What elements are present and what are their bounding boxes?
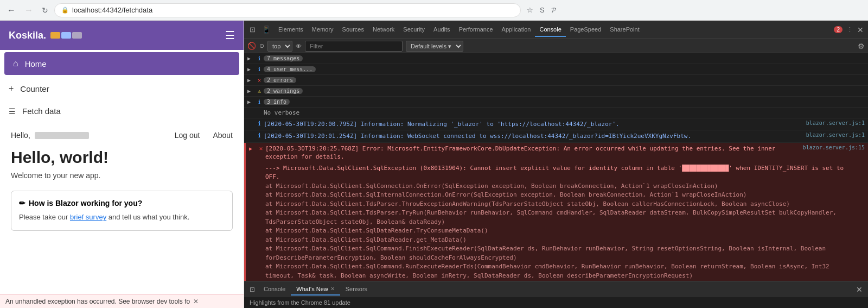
expand-icon: ▶ <box>247 55 255 61</box>
info-dot-2: ℹ <box>255 132 264 139</box>
error-badge: 2 <box>834 26 843 33</box>
welcome-text: Welcome to your new app. <box>11 171 233 180</box>
device-icon[interactable]: 📱 <box>259 26 274 34</box>
clear-console-icon[interactable]: 🚫 <box>247 42 256 50</box>
bottom-bar-icon[interactable]: ⊡ <box>246 286 258 293</box>
tab-sharepoint[interactable]: SharePoint <box>605 23 643 37</box>
tab-security[interactable]: Security <box>399 23 429 37</box>
log-out-link[interactable]: Log out <box>175 131 200 140</box>
home-label: Home <box>25 59 47 68</box>
url-text: localhost:44342/fetchdata <box>72 6 152 14</box>
address-bar[interactable]: 🔒 localhost:44342/fetchdata <box>54 3 521 17</box>
msg-no-verbose[interactable]: No verbose <box>244 108 868 118</box>
line1-text: [2020-05-30T19:20:00.795Z] Information: … <box>264 120 802 128</box>
counter-icon: + <box>9 84 14 93</box>
ext-icon-2[interactable]: 𝓟 <box>548 4 559 16</box>
home-icon: ⌂ <box>13 59 18 68</box>
app-header: Koskila. ☰ <box>0 21 244 50</box>
tab-network[interactable]: Network <box>368 23 399 37</box>
expand-icon-5: ▶ <box>247 99 255 105</box>
logo-color-bars <box>50 32 82 39</box>
devtools-settings-icon[interactable]: ⚙ <box>858 42 865 51</box>
sidebar-item-home[interactable]: ⌂ Home <box>4 52 239 75</box>
msg-group-info[interactable]: ▶ ℹ 3 info <box>244 97 868 108</box>
back-button[interactable]: ← <box>4 4 18 17</box>
context-selector[interactable]: top <box>267 41 292 52</box>
pencil-icon: ✏ <box>19 199 25 208</box>
fetchdata-label: Fetch data <box>22 106 61 116</box>
console-line-2[interactable]: ℹ [2020-05-30T19:20:01.254Z] Information… <box>244 130 868 142</box>
filter-input[interactable] <box>305 41 403 52</box>
eye-icon[interactable]: 👁 <box>296 43 302 49</box>
tab-memory[interactable]: Memory <box>308 23 338 37</box>
survey-box: ✏ How is Blazor working for you? Please … <box>11 191 233 231</box>
devtools-panel: ⊡ 📱 Elements Memory Sources Network Secu… <box>244 21 868 308</box>
tab-sources[interactable]: Sources <box>338 23 368 37</box>
tab-application[interactable]: Application <box>497 23 535 37</box>
tab-pagespeed[interactable]: PageSpeed <box>566 23 606 37</box>
trace-line-0: ---> Microsoft.Data.SqlClient.SqlExcepti… <box>265 164 848 182</box>
info-icon-2: ℹ <box>255 66 264 72</box>
bottom-tab-console[interactable]: Console <box>258 284 291 296</box>
msg-group-7[interactable]: ▶ ℹ 7 messages <box>244 53 868 64</box>
warning-icon: ⚠ <box>255 88 264 94</box>
info-icon-3: ℹ <box>255 99 264 105</box>
error-source[interactable]: blazor.server.js:15 <box>803 144 865 150</box>
sidebar-item-counter[interactable]: + Counter <box>0 77 244 100</box>
error-icon: ✕ <box>255 77 264 83</box>
nav-menu: ⌂ Home + Counter ☰ Fetch data <box>0 50 244 122</box>
hamburger-button[interactable]: ☰ <box>225 29 235 42</box>
survey-link[interactable]: brief survey <box>70 213 106 221</box>
more-tabs-icon[interactable]: ⋮ <box>845 26 855 33</box>
trace-line-2: at Microsoft.Data.SqlClient.SqlInternalC… <box>265 191 848 200</box>
error-banner-close[interactable]: ✕ <box>193 298 199 305</box>
error-trace: ---> Microsoft.Data.SqlClient.SqlExcepti… <box>246 163 868 281</box>
star-icon[interactable]: ☆ <box>524 4 536 16</box>
tab-audits[interactable]: Audits <box>429 23 455 37</box>
tab-performance[interactable]: Performance <box>455 23 497 37</box>
msg-group-warnings[interactable]: ▶ ⚠ 2 warnings <box>244 86 868 97</box>
app-logo: Koskila. <box>9 30 82 41</box>
bottom-close-btn[interactable]: ✕ <box>853 284 866 295</box>
tab-console[interactable]: Console <box>535 23 565 37</box>
levels-selector[interactable]: Default levels ▾ <box>406 41 463 52</box>
app-body: Hello, Log out About Hello, world! Welco… <box>0 122 244 294</box>
sidebar-item-fetchdata[interactable]: ☰ Fetch data <box>0 100 244 122</box>
ext-icon-1[interactable]: S <box>537 4 547 16</box>
survey-text-after: and tell us what you think. <box>108 213 190 221</box>
greeting-text: Hello, <box>11 131 30 140</box>
msg-count-warnings: 2 warnings <box>264 88 303 94</box>
console-messages[interactable]: ▶ ℹ 7 messages ▶ ℹ 4 user mess... ▶ ✕ 2 … <box>244 53 868 281</box>
reload-button[interactable]: ↻ <box>39 4 51 16</box>
fetchdata-icon: ☰ <box>9 107 16 116</box>
msg-count-4: 4 user mess... <box>264 66 316 72</box>
msg-group-4[interactable]: ▶ ℹ 4 user mess... <box>244 64 868 75</box>
no-verbose-text: No verbose <box>264 109 299 116</box>
tab-elements[interactable]: Elements <box>274 23 308 37</box>
error-banner-text: An unhandled exception has occurred. See… <box>5 298 190 305</box>
msg-count-7: 7 messages <box>264 55 303 61</box>
inspect-icon[interactable]: ⊡ <box>246 26 259 34</box>
error-header-row[interactable]: ▶ ✕ [2020-05-30T19:20:25.768Z] Error: Mi… <box>246 143 868 163</box>
browser-toolbar: ← → ↻ 🔒 localhost:44342/fetchdata ☆ S 𝓟 <box>0 0 868 21</box>
about-link[interactable]: About <box>213 131 233 140</box>
bottom-tab-whats-new[interactable]: What's New ✕ <box>291 284 340 296</box>
error-x-icon: ✕ <box>257 145 265 152</box>
whats-new-label: What's New <box>296 286 328 292</box>
forward-button[interactable]: → <box>22 4 36 17</box>
survey-text-before: Please take our <box>19 213 68 221</box>
line1-source[interactable]: blazor.server.js:1 <box>806 120 865 126</box>
console-line-1[interactable]: ℹ [2020-05-30T19:20:00.795Z] Information… <box>244 118 868 130</box>
error-main-text: [2020-05-30T19:20:25.768Z] Error: Micros… <box>265 144 799 161</box>
whats-new-close[interactable]: ✕ <box>330 286 335 292</box>
expand-icon-2: ▶ <box>247 66 255 72</box>
line2-source[interactable]: blazor.server.js:1 <box>806 132 865 138</box>
console-settings-icon[interactable]: ⊙ <box>259 42 264 49</box>
bottom-content: Highlights from the Chrome 81 update <box>244 297 868 308</box>
close-devtools-icon[interactable]: ✕ <box>855 26 866 34</box>
devtools-tabs: Elements Memory Sources Network Security… <box>274 23 644 37</box>
msg-group-errors[interactable]: ▶ ✕ 2 errors <box>244 75 868 86</box>
bottom-tab-sensors[interactable]: Sensors <box>340 284 373 296</box>
toolbar-right-icons: ☆ S 𝓟 <box>524 4 559 16</box>
devtools-bottom-bar: ⊡ Console What's New ✕ Sensors ✕ <box>244 281 868 297</box>
